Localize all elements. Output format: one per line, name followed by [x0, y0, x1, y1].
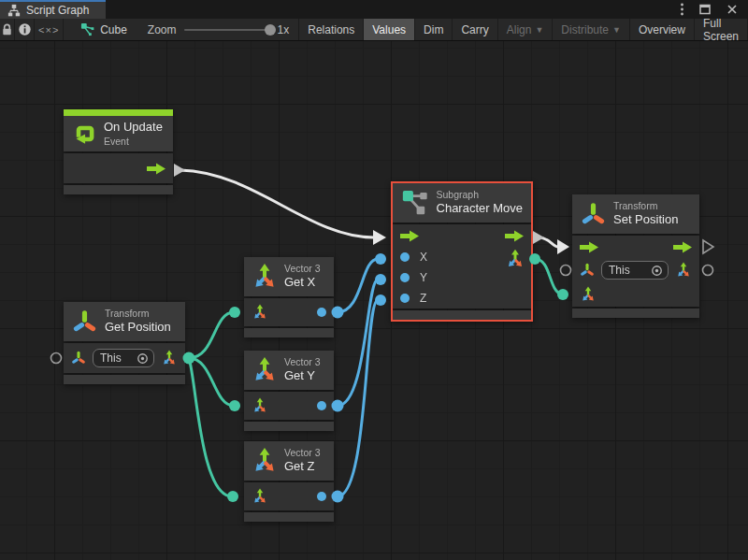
- subgraph-icon: [401, 189, 429, 217]
- info-icon: [18, 22, 32, 36]
- vector3-input-icon[interactable]: [252, 488, 268, 505]
- float-output-port-icon[interactable]: [317, 401, 326, 410]
- this-port-setposition-unconnected[interactable]: [561, 266, 571, 276]
- node-character-move[interactable]: Subgraph Character Move X Y: [393, 183, 531, 320]
- graph-reference[interactable]: Cube: [64, 19, 138, 40]
- transform-icon: [581, 202, 606, 227]
- node-footer: [244, 328, 334, 337]
- float-output-port-icon[interactable]: [317, 308, 326, 317]
- wire-value-getposition-to-getx[interactable]: [189, 312, 234, 358]
- wire-flow-charactermove-to-setposition[interactable]: [539, 237, 558, 247]
- z-in-port-charactermove[interactable]: [375, 294, 386, 306]
- this-field-value: This: [100, 352, 137, 365]
- x-in-port-charactermove[interactable]: [375, 253, 386, 265]
- flow-out-port-setposition-unconnected[interactable]: [703, 240, 713, 253]
- lock-icon: [0, 22, 14, 36]
- flow-in-port-setposition[interactable]: [557, 239, 569, 254]
- x-input-port-icon[interactable]: [400, 252, 410, 262]
- event-accent-bar: [64, 109, 173, 116]
- wire-value-getx-to-charactermove[interactable]: [338, 259, 378, 312]
- transform-icon: [72, 309, 97, 335]
- z-input-port-icon[interactable]: [400, 294, 410, 303]
- object-picker-icon[interactable]: [651, 265, 663, 277]
- node-get-position[interactable]: Transform Get Position This: [64, 302, 185, 384]
- this-object-field[interactable]: This: [601, 261, 669, 280]
- node-footer: [64, 185, 173, 194]
- y-input-port-icon[interactable]: [400, 273, 410, 282]
- graph-canvas[interactable]: On Update Event Subgraph Character Move: [0, 41, 748, 560]
- wire-value-getposition-to-getz[interactable]: [189, 358, 232, 496]
- lock-button[interactable]: [0, 19, 15, 40]
- vector3-in-port-setposition[interactable]: [557, 289, 568, 300]
- node-kind: Vector 3: [284, 356, 321, 368]
- wire-value-gety-to-charactermove[interactable]: [338, 280, 378, 406]
- transform-port-icon[interactable]: [71, 351, 86, 366]
- transform-port-icon[interactable]: [580, 263, 595, 278]
- vector3-in-port-gety[interactable]: [229, 400, 240, 411]
- values-button[interactable]: Values: [364, 19, 415, 40]
- node-get-y[interactable]: Vector 3 Get Y: [244, 351, 334, 431]
- vector3-input-icon[interactable]: [252, 397, 268, 414]
- node-kind: Vector 3: [284, 263, 321, 275]
- node-title: Get Position: [105, 320, 171, 335]
- object-picker-icon[interactable]: [137, 352, 149, 365]
- fullscreen-button[interactable]: Full Screen: [695, 19, 748, 40]
- node-on-update[interactable]: On Update Event: [64, 109, 173, 194]
- maximize-icon[interactable]: [698, 3, 712, 16]
- vector3-icon: [251, 356, 279, 384]
- node-kind: Transform: [613, 200, 678, 212]
- node-title: Get X: [284, 275, 321, 290]
- node-footer: [393, 310, 531, 320]
- node-set-position[interactable]: Transform Set Position This: [572, 194, 699, 318]
- node-footer: [64, 375, 185, 384]
- vector3-output-icon[interactable]: [675, 262, 692, 279]
- info-button[interactable]: [15, 19, 35, 40]
- flow-in-port-charactermove[interactable]: [373, 230, 386, 245]
- port-label-y: Y: [420, 271, 427, 284]
- chevron-down-icon: ▼: [612, 25, 621, 35]
- dim-button[interactable]: Dim: [415, 19, 453, 40]
- flow-output-arrow-icon[interactable]: [505, 230, 524, 242]
- wire-value-charactermove-to-setposition[interactable]: [535, 259, 562, 294]
- close-icon[interactable]: [726, 3, 739, 16]
- flow-input-arrow-icon[interactable]: [400, 230, 419, 242]
- node-get-x[interactable]: Vector 3 Get X: [244, 257, 334, 337]
- node-kind: Subgraph: [437, 189, 523, 201]
- vector3-output-icon[interactable]: [505, 249, 525, 269]
- zoom-label: Zoom: [148, 23, 177, 36]
- float-output-port-icon[interactable]: [317, 492, 326, 501]
- zoom-slider-handle[interactable]: [265, 24, 276, 36]
- overview-button[interactable]: Overview: [630, 19, 695, 40]
- vector3-input-icon[interactable]: [252, 304, 268, 321]
- zoom-slider[interactable]: [184, 29, 270, 31]
- vector3-input-icon[interactable]: [580, 286, 597, 303]
- wire-value-getposition-to-gety[interactable]: [189, 358, 234, 406]
- relations-button[interactable]: Relations: [299, 19, 364, 40]
- node-get-z[interactable]: Vector 3 Get Z: [244, 441, 334, 522]
- y-in-port-charactermove[interactable]: [375, 274, 386, 285]
- flow-input-arrow-icon[interactable]: [580, 241, 598, 253]
- script-graph-window: Script Graph <×> Cube Zoom 1x Relatio: [0, 0, 748, 560]
- kebab-menu-icon[interactable]: [680, 2, 684, 17]
- vector3-output-icon[interactable]: [161, 350, 178, 366]
- flow-out-port-charactermove[interactable]: [533, 231, 544, 244]
- this-port-getposition-unconnected[interactable]: [51, 353, 62, 364]
- vector3-in-port-getz[interactable]: [227, 491, 238, 502]
- node-kind: Transform: [105, 308, 171, 320]
- node-footer: [244, 512, 334, 522]
- carry-button[interactable]: Carry: [453, 19, 497, 40]
- node-footer: [572, 309, 699, 318]
- this-object-field[interactable]: This: [93, 349, 154, 367]
- node-kind: Vector 3: [284, 447, 321, 459]
- flow-out-port-onupdate[interactable]: [174, 164, 185, 177]
- value-out-port-setposition-unconnected[interactable]: [703, 266, 713, 276]
- node-title: Set Position: [613, 212, 678, 227]
- code-preview-button[interactable]: <×>: [35, 19, 64, 40]
- vector3-icon: [251, 447, 279, 475]
- tab-script-graph[interactable]: Script Graph: [0, 0, 106, 19]
- wire-value-getz-to-charactermove[interactable]: [338, 300, 378, 496]
- wire-flow-onupdate-to-charactermove[interactable]: [180, 170, 374, 237]
- flow-output-arrow-icon[interactable]: [673, 241, 692, 253]
- flow-output-arrow-icon[interactable]: [147, 163, 165, 175]
- vector3-in-port-getx[interactable]: [229, 307, 240, 318]
